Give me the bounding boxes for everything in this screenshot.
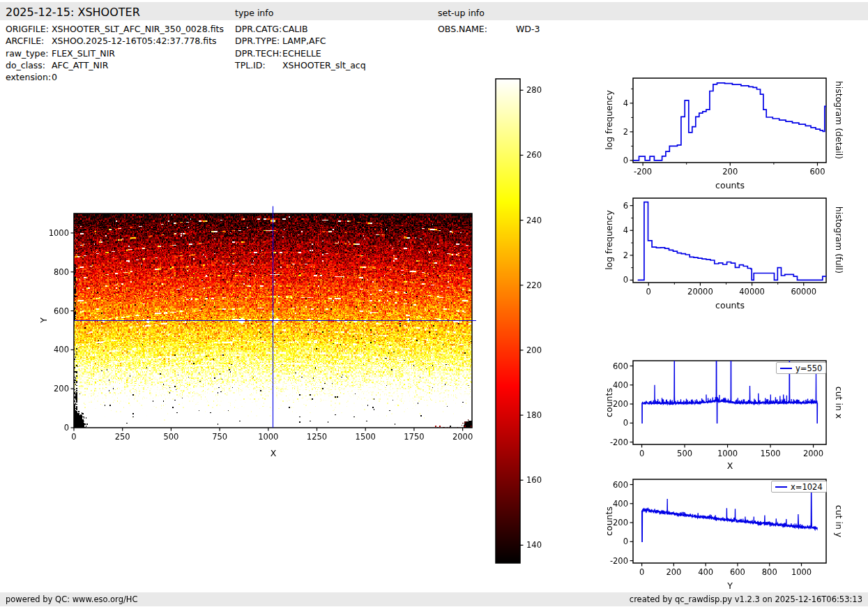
svg-text:500: 500: [163, 432, 178, 442]
info-label: ARCFILE:: [6, 35, 52, 47]
cut-y-side-label: cut in y: [834, 505, 844, 537]
svg-text:1000: 1000: [717, 449, 738, 458]
svg-text:260: 260: [526, 150, 542, 160]
info-value: 0: [52, 71, 57, 83]
info-label: do_class:: [6, 59, 52, 71]
info-row: DPR.CATG:CALIB: [235, 23, 366, 35]
info-row: DPR.TYPE:LAMP,AFC: [235, 35, 366, 47]
svg-text:4: 4: [623, 225, 628, 235]
svg-text:2: 2: [623, 250, 628, 260]
info-row: raw_type:FLEX_SLIT_NIR: [6, 47, 224, 59]
cut-x-xaxis-label: X: [727, 460, 733, 471]
svg-text:-200: -200: [634, 167, 652, 177]
svg-text:400: 400: [613, 499, 628, 509]
footer-left-text: powered by QC: www.eso.org/HC: [6, 594, 137, 604]
svg-text:750: 750: [212, 432, 227, 442]
svg-text:600: 600: [54, 306, 69, 316]
svg-text:600: 600: [730, 567, 745, 577]
svg-text:1500: 1500: [356, 432, 376, 442]
svg-text:200: 200: [613, 518, 628, 527]
page-title: 2025-12-15: XSHOOTER: [6, 6, 140, 19]
svg-text:20000: 20000: [687, 287, 713, 297]
info-label: ORIGFILE:: [6, 23, 52, 35]
setup-info-block: OBS.NAME:WD-3: [438, 23, 540, 35]
main-yaxis-label: Y: [38, 317, 49, 323]
svg-text:160: 160: [526, 475, 542, 485]
info-value: XSHOO.2025-12-16T05:42:37.778.fits: [52, 35, 217, 47]
svg-text:220: 220: [526, 280, 542, 290]
svg-text:0: 0: [623, 418, 628, 428]
svg-text:200: 200: [613, 399, 628, 409]
hist-detail-xaxis-label: counts: [715, 180, 745, 190]
svg-text:400: 400: [613, 380, 628, 390]
legend-label: y=550: [795, 364, 822, 373]
hist-full-xaxis-label: counts: [715, 300, 745, 310]
svg-text:400: 400: [698, 567, 713, 577]
header-bar: 2025-12-15: XSHOOTER type info set-up in…: [0, 2, 868, 20]
info-row: ARCFILE:XSHOO.2025-12-16T05:42:37.778.fi…: [6, 35, 224, 47]
svg-text:0: 0: [639, 567, 644, 577]
info-value: FLEX_SLIT_NIR: [52, 47, 115, 59]
svg-text:0: 0: [646, 287, 651, 297]
svg-text:800: 800: [54, 267, 69, 277]
cut-x-legend: y=550: [776, 362, 826, 374]
info-value: XSHOOTER_SLT_AFC_NIR_350_0028.fits: [52, 23, 224, 35]
info-row: extension:0: [6, 71, 224, 83]
svg-text:0: 0: [623, 275, 628, 285]
cut-y-legend: x=1024: [771, 481, 827, 493]
svg-text:4: 4: [623, 98, 628, 108]
file-info-block: ORIGFILE:XSHOOTER_SLT_AFC_NIR_350_0028.f…: [6, 23, 224, 83]
svg-text:600: 600: [810, 167, 825, 177]
cut-x-yaxis-label: counts: [604, 388, 614, 417]
svg-text:0: 0: [71, 432, 76, 442]
hist-full-side-label: histogram (full): [834, 207, 844, 273]
info-label: DPR.CATG:: [235, 23, 282, 35]
info-value: WD-3: [516, 23, 540, 35]
section-label-type-info: type info: [235, 8, 273, 18]
detector-image-canvas: [74, 213, 472, 428]
svg-text:800: 800: [762, 567, 777, 577]
svg-text:0: 0: [64, 423, 69, 433]
hist-detail-yaxis-label: log frequency: [604, 90, 614, 150]
info-row: do_class:AFC_ATT_NIR: [6, 59, 224, 71]
svg-text:1000: 1000: [49, 228, 69, 238]
section-label-setup-info: set-up info: [438, 8, 485, 18]
svg-text:60000: 60000: [791, 287, 816, 297]
svg-text:280: 280: [526, 85, 542, 95]
info-row: ORIGFILE:XSHOOTER_SLT_AFC_NIR_350_0028.f…: [6, 23, 224, 35]
svg-text:240: 240: [526, 216, 542, 225]
svg-text:1750: 1750: [404, 432, 424, 442]
svg-text:600: 600: [613, 361, 628, 371]
svg-text:1250: 1250: [307, 432, 327, 442]
svg-text:1000: 1000: [258, 432, 278, 442]
svg-text:0: 0: [623, 537, 628, 546]
svg-text:200: 200: [722, 167, 738, 177]
type-info-block: DPR.CATG:CALIB DPR.TYPE:LAMP,AFC DPR.TEC…: [235, 23, 366, 71]
info-label: DPR.TECH:: [235, 47, 282, 59]
svg-text:0: 0: [639, 449, 644, 458]
cut-x-side-label: cut in x: [834, 387, 844, 419]
info-label: raw_type:: [6, 47, 52, 59]
legend-line-swatch: [775, 486, 787, 488]
cut-y-xaxis-label: Y: [727, 580, 733, 591]
svg-text:200: 200: [666, 567, 681, 577]
hist-detail-side-label: histogram (detail): [834, 81, 844, 159]
info-value: LAMP,AFC: [282, 35, 326, 47]
main-xaxis-label: X: [271, 448, 277, 458]
info-value: CALIB: [282, 23, 308, 35]
legend-label: x=1024: [791, 482, 823, 492]
info-label: DPR.TYPE:: [235, 35, 282, 47]
info-value: AFC_ATT_NIR: [52, 59, 108, 71]
qc-report-page: 2025-12-15: XSHOOTER type info set-up in…: [0, 0, 868, 607]
svg-text:1500: 1500: [760, 449, 780, 458]
info-label: TPL.ID:: [235, 59, 282, 71]
svg-text:200: 200: [526, 345, 542, 355]
svg-text:40000: 40000: [739, 287, 765, 297]
info-label: OBS.NAME:: [438, 23, 516, 35]
svg-text:180: 180: [526, 410, 542, 420]
svg-text:200: 200: [54, 384, 69, 394]
info-row: TPL.ID:XSHOOTER_slt_acq: [235, 59, 366, 71]
svg-text:2000: 2000: [803, 449, 823, 458]
info-row: DPR.TECH:ECHELLE: [235, 47, 366, 59]
info-value: XSHOOTER_slt_acq: [282, 59, 366, 71]
